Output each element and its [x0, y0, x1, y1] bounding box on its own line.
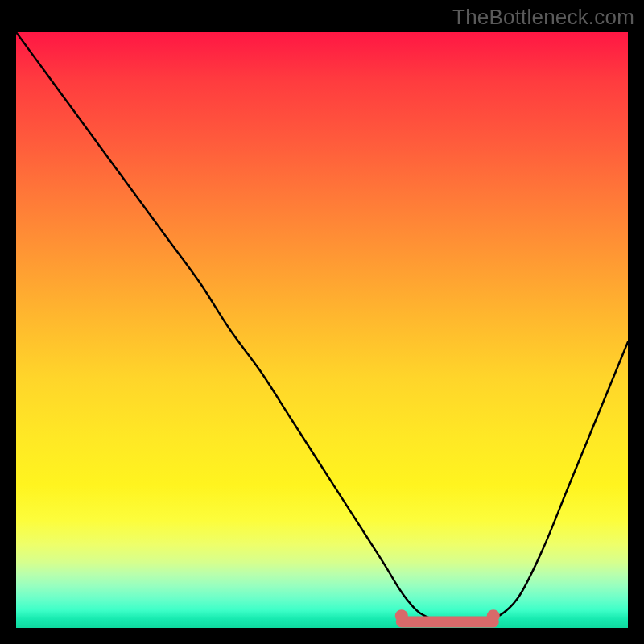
bottleneck-curve — [16, 32, 628, 623]
watermark-text: TheBottleneck.com — [452, 5, 634, 30]
optimal-point-marker — [487, 609, 500, 622]
optimal-point-marker — [395, 609, 408, 622]
plot-area — [16, 32, 628, 628]
curve-svg — [16, 32, 628, 628]
chart-frame: TheBottleneck.com — [0, 0, 644, 644]
